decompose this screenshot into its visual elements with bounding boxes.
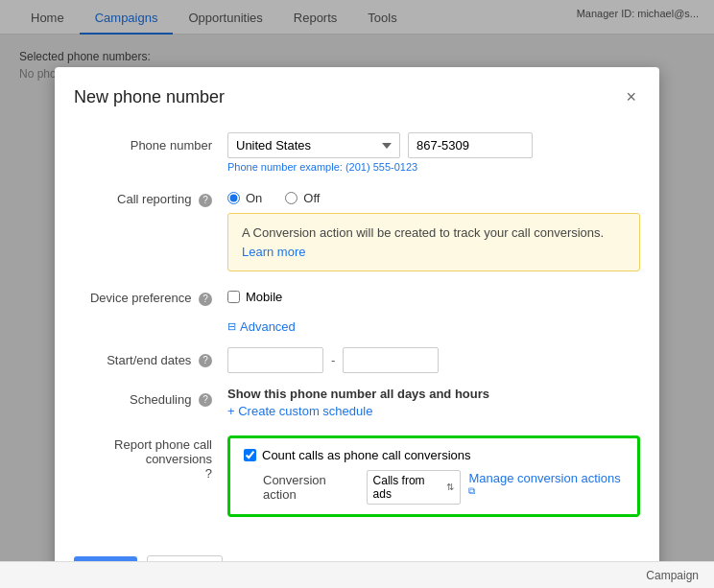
radio-on-input[interactable] <box>227 192 240 204</box>
phone-number-content: United States Phone number example: (201… <box>227 132 640 173</box>
radio-on-label: On <box>246 191 262 205</box>
country-select[interactable]: United States <box>227 132 400 158</box>
phone-example: Phone number example: (201) 555-0123 <box>227 161 640 173</box>
external-link-icon: ⧉ <box>468 485 475 496</box>
modal-backdrop: New phone number × Phone number United S… <box>0 0 714 588</box>
mobile-checkbox[interactable] <box>227 291 240 303</box>
report-conversions-box-wrapper: Count calls as phone call conversions Co… <box>227 432 640 517</box>
count-calls-label: Count calls as phone call conversions <box>262 448 471 462</box>
advanced-toggle[interactable]: ⊟ Advanced <box>227 319 640 334</box>
end-date-input[interactable] <box>343 347 439 373</box>
radio-off-input[interactable] <box>285 192 298 204</box>
date-separator: - <box>331 353 335 367</box>
dropdown-arrow-icon: ⇅ <box>446 482 454 492</box>
report-conversions-box: Count calls as phone call conversions Co… <box>227 435 640 517</box>
radio-off[interactable]: Off <box>285 191 320 205</box>
collapse-icon: ⊟ <box>227 320 236 333</box>
phone-input[interactable] <box>408 132 533 158</box>
scheduling-label: Scheduling ? <box>74 387 227 408</box>
scheduling-row: Scheduling ? Show this phone number all … <box>74 387 640 418</box>
conversion-action-row: Conversion action Calls from ads ⇅ Manag… <box>244 470 624 505</box>
mobile-label: Mobile <box>246 290 282 304</box>
radio-off-label: Off <box>303 191 320 205</box>
create-schedule-link[interactable]: + Create custom schedule <box>227 404 640 418</box>
report-conversions-inner: Count calls as phone call conversions Co… <box>244 448 624 505</box>
call-reporting-help-icon[interactable]: ? <box>199 194 212 207</box>
report-conversions-help-icon[interactable]: ? <box>205 466 212 481</box>
start-date-input[interactable] <box>227 347 323 373</box>
radio-on[interactable]: On <box>227 191 262 205</box>
count-calls-row: Count calls as phone call conversions <box>244 448 624 462</box>
start-end-dates-label: Start/end dates ? <box>74 347 227 368</box>
radio-group: On Off <box>227 186 640 205</box>
modal-title: New phone number <box>74 87 225 107</box>
scheduling-text: Show this phone number all days and hour… <box>227 387 640 401</box>
call-reporting-label: Call reporting ? <box>74 186 227 207</box>
learn-more-link[interactable]: Learn more <box>242 245 305 259</box>
advanced-label: Advanced <box>240 319 296 334</box>
start-end-dates-content: - <box>227 347 640 373</box>
phone-number-row: Phone number United States Phone number … <box>74 132 640 173</box>
report-conversions-row: Report phone call conversions ? Count ca… <box>74 432 640 517</box>
calls-from-ads-label: Calls from ads <box>373 474 443 501</box>
notice-box: A Conversion action will be created to t… <box>227 213 640 271</box>
close-button[interactable]: × <box>622 84 640 109</box>
modal-body: Phone number United States Phone number … <box>55 121 659 542</box>
scheduling-help-icon[interactable]: ? <box>199 393 212 407</box>
phone-row: United States <box>227 132 640 158</box>
conversion-dropdown[interactable]: Calls from ads ⇅ <box>367 470 462 505</box>
device-preference-label: Device preference ? <box>74 285 227 306</box>
bottom-bar: Campaign <box>0 561 714 588</box>
phone-number-label: Phone number <box>74 132 227 153</box>
report-conversions-label: Report phone call conversions ? <box>74 432 227 481</box>
modal-header: New phone number × <box>55 67 659 121</box>
start-end-dates-row: Start/end dates ? - <box>74 347 640 373</box>
bottom-bar-label: Campaign <box>646 569 699 582</box>
start-end-dates-help-icon[interactable]: ? <box>199 354 212 367</box>
call-reporting-row: Call reporting ? On Off <box>74 186 640 271</box>
mobile-checkbox-label[interactable]: Mobile <box>227 285 640 304</box>
device-preference-row: Device preference ? Mobile <box>74 285 640 306</box>
dates-row: - <box>227 347 640 373</box>
device-preference-help-icon[interactable]: ? <box>199 293 212 306</box>
conversion-action-label: Conversion action <box>263 473 359 502</box>
count-calls-checkbox[interactable] <box>244 449 256 461</box>
notice-text: A Conversion action will be created to t… <box>242 225 604 240</box>
modal: New phone number × Phone number United S… <box>55 67 659 588</box>
call-reporting-content: On Off A Conversion action will be creat… <box>227 186 640 271</box>
scheduling-content: Show this phone number all days and hour… <box>227 387 640 418</box>
device-preference-content: Mobile <box>227 285 640 304</box>
manage-conversion-link[interactable]: Manage conversion actions ⧉ <box>468 471 624 502</box>
